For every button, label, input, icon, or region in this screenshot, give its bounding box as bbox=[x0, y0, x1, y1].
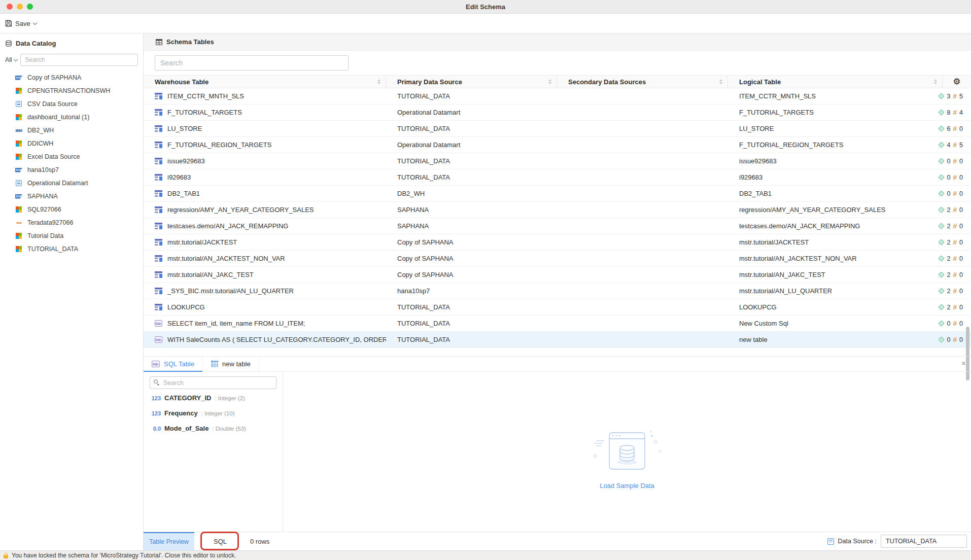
table-row[interactable]: issue929683 TUTORIAL_DATA issue929683 0 … bbox=[144, 153, 971, 169]
primary-data-source: TUTORIAL_DATA bbox=[386, 303, 557, 311]
status-bar: You have locked the schema for 'MicroStr… bbox=[0, 550, 971, 560]
sort-icon[interactable] bbox=[934, 79, 937, 84]
warehouse-table-icon bbox=[155, 109, 162, 116]
preview-empty-state: Load Sample Data bbox=[283, 372, 971, 532]
fact-count: 0 bbox=[959, 255, 963, 262]
tab-new-table[interactable]: new table bbox=[203, 357, 259, 371]
zoom-window-button[interactable] bbox=[27, 4, 33, 10]
attribute-count: 2 bbox=[947, 271, 951, 278]
data-source-item[interactable]: SQL927066 bbox=[0, 203, 143, 216]
attribute-count: 4 bbox=[947, 142, 951, 149]
column-item[interactable]: 123 CATEGORY_ID : Integer (2) bbox=[150, 394, 276, 409]
data-source-item[interactable]: CPENGTRANSACTIONSWH bbox=[0, 84, 143, 97]
toolbar: Save bbox=[0, 14, 971, 33]
logical-table-name: regression/AMY_AN_YEAR_CATEGORY_SALES bbox=[728, 206, 914, 214]
table-row[interactable]: F_TUTORIAL_TARGETS Operational Datamart … bbox=[144, 104, 971, 121]
primary-data-source: Operational Datamart bbox=[386, 141, 557, 149]
close-window-button[interactable] bbox=[7, 4, 13, 10]
data-source-item[interactable]: Operational Datamart bbox=[0, 177, 143, 190]
fact-count: 0 bbox=[959, 239, 963, 246]
table-preview-label: Table Preview bbox=[149, 538, 189, 545]
fact-hash-icon: # bbox=[953, 157, 957, 165]
data-source-item[interactable]: dashboard_tutorial (1) bbox=[0, 111, 143, 124]
attribute-diamond-icon bbox=[938, 320, 945, 327]
titlebar: Edit Schema bbox=[0, 0, 971, 14]
warehouse-table-icon bbox=[155, 206, 162, 213]
chevron-down-icon bbox=[14, 57, 18, 61]
column-type: : Double (53) bbox=[212, 426, 246, 432]
table-row[interactable]: WITH SaleCounts AS ( SELECT LU_CATEGORY.… bbox=[144, 332, 971, 348]
table-row[interactable]: ITEM_CCTR_MNTH_SLS TUTORIAL_DATA ITEM_CC… bbox=[144, 88, 971, 104]
table-row[interactable]: SELECT item_id, item_name FROM LU_ITEM; … bbox=[144, 316, 971, 332]
logical-table-name: LOOKUPCG bbox=[728, 303, 914, 311]
primary-data-source: TUTORIAL_DATA bbox=[386, 92, 557, 100]
data-source-item[interactable]: DDICWH bbox=[0, 137, 143, 150]
data-source-list: Copy of SAPHANA CPENGTRANSACTIONSWH CSV … bbox=[0, 71, 143, 256]
load-sample-data-link[interactable]: Load Sample Data bbox=[600, 482, 654, 489]
fact-hash-icon: # bbox=[953, 190, 957, 197]
attribute-count: 0 bbox=[947, 158, 951, 165]
minimize-window-button[interactable] bbox=[17, 4, 23, 10]
save-button[interactable]: Save bbox=[5, 20, 37, 27]
warehouse-table-icon bbox=[155, 288, 162, 294]
column-type: : Integer (10) bbox=[201, 410, 235, 416]
tab-sql-table[interactable]: SQL Table bbox=[144, 357, 203, 371]
data-source-label: Operational Datamart bbox=[27, 180, 88, 187]
attribute-diamond-icon bbox=[938, 239, 945, 246]
table-row[interactable]: mstr.tutorial/JACKTEST Copy of SAPHANA m… bbox=[144, 234, 971, 251]
sort-icon[interactable] bbox=[548, 79, 551, 84]
data-source-item[interactable]: SAPHANA bbox=[0, 190, 143, 203]
sql-tab[interactable]: SQL bbox=[205, 532, 235, 550]
data-source-item[interactable]: TUTORIAL_DATA bbox=[0, 242, 143, 256]
data-source-item[interactable]: DB2_WH bbox=[0, 124, 143, 137]
sample-data-illustration bbox=[589, 427, 665, 475]
data-source-label: Teradata927066 bbox=[27, 219, 73, 226]
data-source-item[interactable]: hana10sp7 bbox=[0, 163, 143, 177]
data-source-item[interactable]: Teradata927066 bbox=[0, 216, 143, 229]
editor-footer: Table Preview SQL 0 rows Data Source : T… bbox=[144, 532, 971, 550]
sort-icon[interactable] bbox=[719, 79, 722, 84]
table-row[interactable]: _SYS_BIC.mstr.tutorial/AN_LU_QUARTER han… bbox=[144, 283, 971, 299]
data-source-item[interactable]: Excel Data Source bbox=[0, 150, 143, 163]
table-row[interactable]: mstr.tutorial/AN_JAKC_TEST Copy of SAPHA… bbox=[144, 267, 971, 283]
fact-count: 0 bbox=[959, 190, 963, 197]
column-search-input[interactable] bbox=[150, 376, 276, 389]
schema-tables-search-input[interactable] bbox=[155, 55, 349, 71]
table-row[interactable]: F_TUTORIAL_REGION_TARGETS Operational Da… bbox=[144, 137, 971, 153]
primary-data-source: DB2_WH bbox=[386, 190, 557, 197]
fact-count: 0 bbox=[959, 336, 963, 343]
data-source-item[interactable]: Tutorial Data bbox=[0, 229, 143, 242]
attribute-count: 2 bbox=[947, 223, 951, 230]
primary-data-source: TUTORIAL_DATA bbox=[386, 320, 557, 327]
gear-icon[interactable]: ⚙ bbox=[953, 78, 960, 86]
column-item[interactable]: 123 Frequency : Integer (10) bbox=[150, 409, 276, 425]
column-item[interactable]: 0.0 Mode_of_Sale : Double (53) bbox=[150, 425, 276, 440]
data-source-label: dashboard_tutorial (1) bbox=[27, 114, 89, 121]
close-icon[interactable]: × bbox=[961, 360, 966, 368]
sql-table-icon bbox=[155, 336, 162, 343]
attribute-diamond-icon bbox=[938, 125, 945, 132]
logical-table-name: issue929683 bbox=[728, 157, 914, 165]
table-row[interactable]: LOOKUPCG TUTORIAL_DATA LOOKUPCG 2 # 0 bbox=[144, 299, 971, 316]
data-source-value-box[interactable]: TUTORIAL_DATA bbox=[881, 535, 967, 548]
fact-hash-icon: # bbox=[953, 125, 957, 132]
table-row[interactable]: mstr.tutorial/AN_JACKTEST_NON_VAR Copy o… bbox=[144, 251, 971, 267]
table-row[interactable]: regression/AMY_AN_YEAR_CATEGORY_SALES SA… bbox=[144, 202, 971, 218]
data-source-item[interactable]: CSV Data Source bbox=[0, 97, 143, 111]
sort-icon[interactable] bbox=[377, 79, 380, 84]
column-datatype-icon: 123 bbox=[151, 410, 161, 416]
table-preview-tab[interactable]: Table Preview bbox=[144, 532, 194, 550]
table-header: Warehouse Table Primary Data Source Seco… bbox=[144, 75, 971, 88]
data-source-label: hana10sp7 bbox=[27, 166, 59, 173]
fact-count: 0 bbox=[959, 271, 963, 278]
sql-table-icon bbox=[152, 361, 160, 367]
table-row[interactable]: i929683 TUTORIAL_DATA i929683 0 # 0 bbox=[144, 169, 971, 186]
catalog-filter-dropdown[interactable]: All bbox=[5, 56, 17, 63]
data-source-item[interactable]: Copy of SAPHANA bbox=[0, 71, 143, 84]
catalog-search-input[interactable] bbox=[20, 54, 138, 66]
fact-hash-icon: # bbox=[953, 336, 957, 343]
table-row[interactable]: DB2_TAB1 DB2_WH DB2_TAB1 0 # 0 bbox=[144, 186, 971, 202]
table-row[interactable]: testcases.demo/AN_JACK_REMAPPING SAPHANA… bbox=[144, 218, 971, 234]
column-header-warehouse: Warehouse Table bbox=[155, 78, 209, 86]
table-row[interactable]: LU_STORE TUTORIAL_DATA LU_STORE 6 # 0 bbox=[144, 121, 971, 137]
